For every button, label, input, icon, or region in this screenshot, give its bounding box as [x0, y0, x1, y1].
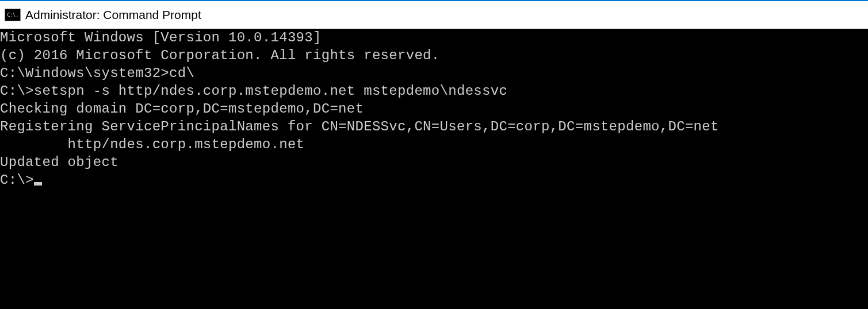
cursor [34, 182, 42, 186]
terminal-line: Registering ServicePrincipalNames for CN… [0, 118, 868, 136]
terminal-line: Microsoft Windows [Version 10.0.14393] [0, 29, 868, 47]
titlebar[interactable]: C:\. Administrator: Command Prompt [0, 1, 868, 29]
terminal-line: C:\> [0, 171, 868, 189]
terminal-line: C:\Windows\system32>cd\ [0, 64, 868, 82]
terminal-line: http/ndes.corp.mstepdemo.net [0, 136, 868, 153]
window-title: Administrator: Command Prompt [25, 8, 201, 22]
terminal-line: (c) 2016 Microsoft Corporation. All righ… [0, 47, 868, 64]
terminal-output[interactable]: Microsoft Windows [Version 10.0.14393](c… [0, 29, 868, 309]
terminal-line: C:\>setspn -s http/ndes.corp.mstepdemo.n… [0, 82, 868, 100]
command-prompt-icon: C:\. [5, 9, 21, 21]
terminal-line: Updated object [0, 153, 868, 171]
command-prompt-window: C:\. Administrator: Command Prompt Micro… [0, 0, 868, 309]
terminal-line: Checking domain DC=corp,DC=mstepdemo,DC=… [0, 100, 868, 118]
